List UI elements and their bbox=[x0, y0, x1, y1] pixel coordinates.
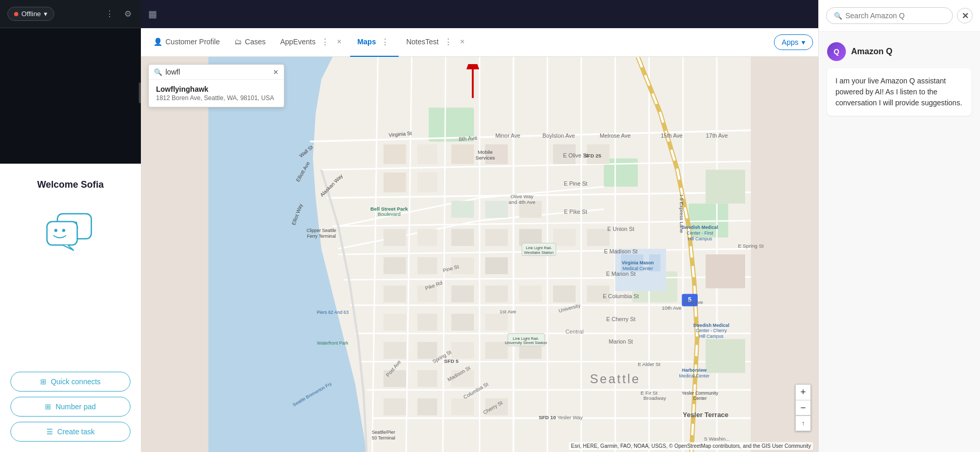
appevents-close-button[interactable]: ✕ bbox=[336, 37, 343, 46]
map-location-arrow bbox=[462, 64, 483, 103]
notestest-more-button[interactable]: ⋮ bbox=[442, 35, 455, 49]
appevents-more-button[interactable]: ⋮ bbox=[319, 35, 331, 49]
svg-text:E Union St: E Union St bbox=[607, 226, 635, 232]
svg-rect-37 bbox=[384, 173, 406, 192]
create-task-icon: ☰ bbox=[46, 427, 53, 436]
svg-text:Link Light Rail-: Link Light Rail- bbox=[513, 336, 540, 341]
amazon-q-avatar: Q bbox=[827, 42, 846, 61]
amazon-q-header: Q Amazon Q bbox=[827, 42, 972, 61]
svg-text:Center: Center bbox=[693, 396, 707, 401]
svg-text:E Cherry St: E Cherry St bbox=[606, 316, 636, 322]
status-indicator bbox=[14, 12, 18, 16]
svg-text:University Street Station: University Street Station bbox=[505, 340, 547, 345]
quick-connects-button[interactable]: ⊞ Quick connects bbox=[10, 372, 130, 392]
quick-connects-icon: ⊞ bbox=[40, 377, 46, 386]
tab-customer-profile[interactable]: 👤 Customer Profile bbox=[146, 28, 227, 57]
tab-cases[interactable]: 🗂 Cases bbox=[227, 28, 273, 57]
offline-status-button[interactable]: Offline ▾ bbox=[7, 7, 54, 21]
svg-rect-54 bbox=[417, 257, 437, 274]
svg-text:Hill Campus: Hill Campus bbox=[688, 236, 712, 241]
svg-text:E Pine St: E Pine St bbox=[564, 180, 588, 187]
q-search-icon: 🔍 bbox=[834, 12, 842, 20]
map-container[interactable]: 5 bbox=[141, 57, 818, 452]
svg-rect-69 bbox=[451, 314, 474, 331]
svg-text:I-5 Express Lane: I-5 Express Lane bbox=[679, 194, 685, 233]
svg-rect-3 bbox=[47, 222, 77, 245]
amazon-q-search-bar: 🔍 ✕ bbox=[819, 0, 980, 32]
svg-text:SFD 10: SFD 10 bbox=[539, 414, 556, 420]
svg-text:E Spring St: E Spring St bbox=[738, 243, 764, 249]
svg-text:Boylston Ave: Boylston Ave bbox=[542, 132, 575, 139]
svg-rect-72 bbox=[417, 342, 437, 359]
svg-text:and 4th Ave: and 4th Ave bbox=[509, 199, 535, 205]
svg-text:Swedish Medical: Swedish Medical bbox=[693, 323, 729, 328]
cases-label: Cases bbox=[245, 38, 266, 46]
welcome-message: Welcome Sofia bbox=[37, 179, 104, 190]
tab-maps[interactable]: Maps ⋮ bbox=[350, 28, 399, 57]
dropdown-chevron-icon: ▾ bbox=[44, 10, 47, 18]
svg-text:Swedish Medical: Swedish Medical bbox=[682, 225, 718, 230]
svg-rect-39 bbox=[451, 144, 474, 164]
svg-rect-60 bbox=[384, 286, 406, 302]
apps-dropdown-icon: ▾ bbox=[802, 38, 805, 46]
svg-text:Olive Way: Olive Way bbox=[510, 193, 533, 199]
create-task-button[interactable]: ☰ Create task bbox=[10, 422, 130, 442]
svg-rect-80 bbox=[417, 398, 437, 415]
settings-button[interactable]: ⚙ bbox=[122, 7, 134, 21]
apps-label: Apps bbox=[782, 38, 798, 46]
svg-rect-85 bbox=[706, 339, 745, 373]
notestest-close-button[interactable]: ✕ bbox=[459, 37, 466, 46]
sidebar-header: Offline ▾ ⋮ ⚙ bbox=[0, 0, 141, 28]
maps-more-button[interactable]: ⋮ bbox=[379, 35, 391, 49]
sidebar-action-buttons: ⊞ Quick connects ⊞ Number pad ☰ Create t… bbox=[10, 372, 130, 442]
top-bar: ▦ bbox=[141, 0, 818, 28]
tabs-bar: 👤 Customer Profile 🗂 Cases AppEvents ⋮ ✕… bbox=[141, 28, 818, 57]
svg-text:Link Light Rail-: Link Light Rail- bbox=[526, 246, 553, 250]
svg-text:17th Ave: 17th Ave bbox=[706, 132, 728, 139]
svg-text:Westlake Station: Westlake Station bbox=[524, 250, 554, 255]
svg-text:50 Terminal: 50 Terminal bbox=[372, 435, 396, 441]
svg-rect-42 bbox=[485, 201, 508, 217]
svg-text:E Columbia St: E Columbia St bbox=[603, 293, 639, 299]
map-search-result[interactable]: Lowflyinghawk 1812 Boren Ave, Seattle, W… bbox=[149, 79, 284, 107]
svg-text:Marion St: Marion St bbox=[609, 338, 633, 345]
svg-text:Medical Center: Medical Center bbox=[679, 373, 709, 378]
svg-text:Yesler Way: Yesler Way bbox=[557, 414, 583, 420]
svg-text:SFD 25: SFD 25 bbox=[584, 153, 602, 158]
create-task-label: Create task bbox=[57, 427, 95, 436]
number-pad-icon: ⊞ bbox=[45, 402, 51, 411]
compass-button[interactable]: ↑ bbox=[795, 416, 811, 431]
main-area: ▦ 👤 Customer Profile 🗂 Cases AppEvents ⋮… bbox=[141, 0, 818, 452]
tab-notestest[interactable]: NotesTest ⋮ ✕ bbox=[399, 28, 473, 57]
svg-text:15th Ave: 15th Ave bbox=[661, 132, 683, 139]
zoom-in-button[interactable]: + bbox=[795, 384, 811, 400]
svg-rect-67 bbox=[384, 314, 406, 331]
zoom-out-button[interactable]: − bbox=[795, 400, 811, 416]
more-options-button[interactable]: ⋮ bbox=[103, 7, 116, 21]
appevents-label: AppEvents bbox=[280, 38, 316, 46]
svg-rect-70 bbox=[485, 314, 508, 331]
svg-text:Piers 62 And 63: Piers 62 And 63 bbox=[317, 310, 349, 315]
svg-rect-83 bbox=[706, 170, 745, 204]
amazon-q-title: Amazon Q bbox=[851, 47, 892, 56]
svg-rect-63 bbox=[485, 286, 508, 302]
map-search-box[interactable]: 🔍 ✕ Lowflyinghawk 1812 Boren Ave, Seattl… bbox=[148, 64, 284, 107]
search-bar-container[interactable]: 🔍 bbox=[826, 7, 953, 24]
search-clear-button[interactable]: ✕ bbox=[273, 68, 279, 76]
svg-text:Broadway: Broadway bbox=[643, 395, 666, 401]
sidebar-header-icons: ⋮ ⚙ bbox=[103, 7, 134, 21]
svg-text:Ferry Terminal: Ferry Terminal bbox=[307, 234, 336, 239]
map-search-input[interactable] bbox=[165, 68, 270, 76]
svg-text:Central: Central bbox=[565, 328, 583, 335]
svg-text:11th Ave: 11th Ave bbox=[683, 299, 703, 305]
amazon-q-message: I am your live Amazon Q assistant powere… bbox=[827, 68, 972, 116]
svg-rect-73 bbox=[451, 342, 474, 359]
apps-button[interactable]: Apps ▾ bbox=[774, 34, 813, 50]
svg-text:E Alder St: E Alder St bbox=[638, 361, 661, 367]
amazon-q-close-button[interactable]: ✕ bbox=[957, 8, 973, 23]
amazon-q-search-input[interactable] bbox=[845, 11, 945, 20]
number-pad-button[interactable]: ⊞ Number pad bbox=[10, 397, 130, 417]
amazon-q-panel: 🔍 ✕ Q Amazon Q I am your live Amazon Q a… bbox=[818, 0, 980, 452]
tab-appevents[interactable]: AppEvents ⋮ ✕ bbox=[273, 28, 350, 57]
layout-icon: ▦ bbox=[148, 8, 157, 20]
